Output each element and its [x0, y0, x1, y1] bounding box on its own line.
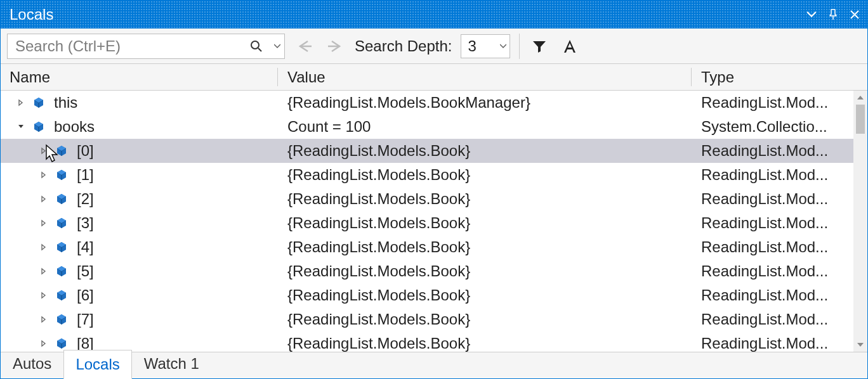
type-cell: ReadingList.Mod...	[692, 311, 867, 328]
type-cell: ReadingList.Mod...	[692, 238, 867, 256]
name-cell: this	[1, 94, 279, 112]
variable-type: ReadingList.Mod...	[701, 190, 828, 208]
bottom-tabs: AutosLocalsWatch 1	[1, 352, 867, 378]
variable-row[interactable]: [6]{ReadingList.Models.Book}ReadingList.…	[1, 283, 867, 307]
expand-icon[interactable]	[39, 147, 49, 155]
variable-value: {ReadingList.Models.Book}	[287, 142, 470, 160]
value-cell[interactable]: {ReadingList.Models.Book}	[279, 311, 692, 328]
variable-type: System.Collectio...	[701, 118, 827, 136]
search-icon[interactable]	[242, 40, 270, 53]
search-box[interactable]	[7, 34, 285, 59]
header-name[interactable]: Name	[1, 64, 279, 90]
variable-value: {ReadingList.Models.Book}	[287, 214, 470, 232]
type-cell: ReadingList.Mod...	[692, 262, 867, 280]
variable-row[interactable]: [8]{ReadingList.Models.Book}ReadingList.…	[1, 331, 867, 352]
tab-locals[interactable]: Locals	[63, 350, 131, 379]
vertical-scrollbar[interactable]	[853, 91, 867, 352]
collapse-icon[interactable]	[16, 123, 26, 131]
variable-name: [4]	[77, 238, 94, 256]
variable-type: ReadingList.Mod...	[701, 166, 828, 184]
search-input[interactable]	[8, 37, 242, 55]
tab-watch-1[interactable]: Watch 1	[132, 349, 211, 378]
name-cell: [4]	[1, 238, 279, 256]
variable-row[interactable]: [3]{ReadingList.Models.Book}ReadingList.…	[1, 211, 867, 235]
value-cell[interactable]: Count = 100	[279, 118, 692, 136]
variable-row[interactable]: [1]{ReadingList.Models.Book}ReadingList.…	[1, 163, 867, 187]
filter-icon[interactable]	[529, 35, 550, 57]
variable-type: ReadingList.Mod...	[701, 286, 828, 304]
close-icon[interactable]	[848, 8, 861, 21]
variable-name: [8]	[77, 335, 94, 352]
variable-row[interactable]: [2]{ReadingList.Models.Book}ReadingList.…	[1, 187, 867, 211]
tab-autos[interactable]: Autos	[1, 349, 63, 378]
variable-name: this	[54, 94, 77, 112]
expand-icon[interactable]	[39, 292, 49, 299]
pin-icon[interactable]	[827, 8, 839, 21]
scroll-thumb[interactable]	[856, 105, 865, 134]
variable-value: {ReadingList.Models.Book}	[287, 335, 470, 352]
expand-icon[interactable]	[39, 243, 49, 251]
variable-name: [1]	[77, 166, 94, 184]
name-cell: [3]	[1, 214, 279, 232]
value-cell[interactable]: {ReadingList.Models.Book}	[279, 262, 692, 280]
scroll-up-icon[interactable]	[853, 91, 867, 105]
variable-row[interactable]: [5]{ReadingList.Models.Book}ReadingList.…	[1, 259, 867, 283]
variable-row[interactable]: [7]{ReadingList.Models.Book}ReadingList.…	[1, 307, 867, 331]
search-depth-label: Search Depth:	[355, 37, 452, 55]
header-type[interactable]: Type	[692, 64, 867, 90]
expand-icon[interactable]	[39, 340, 49, 347]
window-menu-icon[interactable]	[805, 8, 818, 21]
expand-icon[interactable]	[16, 99, 26, 106]
object-icon	[55, 217, 68, 229]
nav-back-button[interactable]	[294, 35, 315, 57]
variable-type: ReadingList.Mod...	[701, 142, 828, 160]
type-cell: ReadingList.Mod...	[692, 166, 867, 184]
nav-forward-button[interactable]	[324, 35, 346, 57]
name-cell: [6]	[1, 286, 279, 304]
variable-type: ReadingList.Mod...	[701, 214, 828, 232]
value-cell[interactable]: {ReadingList.Models.Book}	[279, 166, 692, 184]
value-cell[interactable]: {ReadingList.Models.BookManager}	[279, 94, 692, 112]
expand-icon[interactable]	[39, 195, 49, 203]
value-cell[interactable]: {ReadingList.Models.Book}	[279, 286, 692, 304]
variable-name: [0]	[77, 142, 94, 160]
name-cell: [7]	[1, 311, 279, 328]
value-cell[interactable]: {ReadingList.Models.Book}	[279, 214, 692, 232]
expand-icon[interactable]	[39, 171, 49, 179]
expand-icon[interactable]	[39, 316, 49, 323]
variable-row[interactable]: [4]{ReadingList.Models.Book}ReadingList.…	[1, 235, 867, 259]
variable-value: {ReadingList.Models.BookManager}	[287, 94, 530, 112]
chevron-down-icon[interactable]	[496, 44, 510, 49]
value-cell[interactable]: {ReadingList.Models.Book}	[279, 335, 692, 352]
value-cell[interactable]: {ReadingList.Models.Book}	[279, 190, 692, 208]
scroll-down-icon[interactable]	[853, 338, 867, 352]
variable-row[interactable]: this{ReadingList.Models.BookManager}Read…	[1, 91, 867, 115]
svg-point-0	[251, 41, 259, 49]
variable-name: [6]	[77, 286, 94, 304]
search-depth-combo[interactable]: 3	[461, 34, 510, 58]
value-cell[interactable]: {ReadingList.Models.Book}	[279, 142, 692, 160]
expand-icon[interactable]	[39, 267, 49, 275]
text-style-icon[interactable]	[559, 35, 581, 57]
expand-icon[interactable]	[39, 219, 49, 227]
column-headers: Name Value Type	[1, 64, 867, 91]
variable-value: {ReadingList.Models.Book}	[287, 286, 470, 304]
variable-type: ReadingList.Mod...	[701, 335, 828, 352]
variable-row[interactable]: [0]{ReadingList.Models.Book}ReadingList.…	[1, 139, 867, 163]
variable-row[interactable]: booksCount = 100System.Collectio...	[1, 115, 867, 139]
search-dropdown-icon[interactable]	[270, 44, 284, 49]
object-icon	[55, 313, 68, 326]
grid-body[interactable]: this{ReadingList.Models.BookManager}Read…	[1, 91, 867, 352]
value-cell[interactable]: {ReadingList.Models.Book}	[279, 238, 692, 256]
variable-type: ReadingList.Mod...	[701, 262, 828, 280]
name-cell: [0]	[1, 142, 279, 160]
variables-grid: Name Value Type this{ReadingList.Models.…	[1, 64, 867, 352]
variable-name: [7]	[77, 311, 94, 328]
variable-type: ReadingList.Mod...	[701, 94, 828, 112]
type-cell: ReadingList.Mod...	[692, 214, 867, 232]
header-value[interactable]: Value	[279, 64, 692, 90]
object-icon	[32, 96, 45, 109]
titlebar[interactable]: Locals	[1, 1, 867, 29]
object-icon	[55, 241, 68, 254]
object-icon	[55, 145, 68, 157]
